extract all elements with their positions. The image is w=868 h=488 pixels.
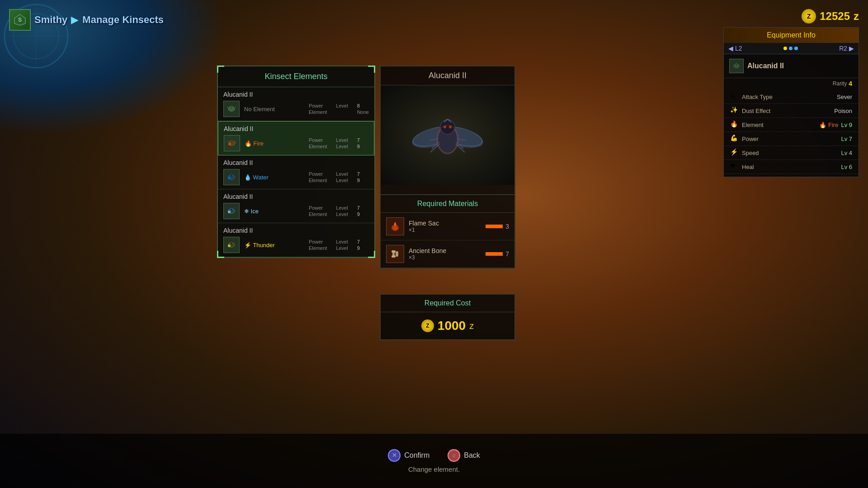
panel-corner-br [368, 251, 375, 258]
kinsect-icon-2 [223, 169, 240, 185]
material-name-0: Flame Sac [409, 220, 481, 227]
kinsect-icon-3 [223, 203, 240, 219]
element-name-3: ❄ Ice [244, 208, 304, 215]
kinsect-item-name-4: Alucanid II [223, 227, 369, 234]
cost-amount: 1000 [438, 319, 466, 333]
material-name-1: Ancient Bone [409, 247, 481, 254]
svg-rect-43 [392, 255, 396, 258]
smithy-label: Smithy [34, 14, 67, 26]
material-stock-1: 7 [505, 250, 509, 258]
equip-header-title: Equipment Info [767, 31, 816, 39]
rarity-label: Rarity [833, 80, 847, 87]
required-cost-panel: Required Cost Z 1000 z [380, 294, 515, 340]
element-name-2: 💧 Water [244, 174, 304, 181]
nav-dot-0 [783, 47, 787, 50]
equip-name: Alucanid II [747, 62, 784, 70]
back-button[interactable]: ○ Back [448, 449, 480, 462]
element-value: 🔥 Fire [819, 122, 838, 128]
stat-row-attack-type: ⚔ Attack Type Sever [724, 90, 859, 104]
svg-point-23 [228, 244, 231, 247]
kinsect-icon-4 [223, 237, 240, 253]
kinsect-item-name-1: Alucanid II [224, 125, 368, 132]
material-info-flame-sac: Flame Sac ×1 [409, 220, 481, 233]
rarity-value: 4 [849, 80, 852, 87]
svg-point-20 [228, 211, 231, 213]
cost-unit: z [469, 321, 474, 331]
nav-dot-2 [794, 47, 798, 50]
element-name-0: No Element [244, 106, 304, 113]
stat-row-power: 💪 Power Lv 7 [724, 132, 859, 146]
kinsect-item-thunder[interactable]: Alucanid II ⚡ Thunder Power Element Leve… [218, 223, 374, 257]
stat-row-speed: ⚡ Speed Lv 4 [724, 146, 859, 160]
svg-point-16 [230, 174, 233, 177]
cost-row: Z 1000 z [381, 312, 514, 339]
attack-type-value: Sever [837, 94, 852, 100]
confirm-button[interactable]: ✕ Confirm [388, 449, 429, 462]
smithy-icon: S [9, 9, 31, 31]
svg-rect-42 [392, 250, 396, 253]
preview-image-area [381, 85, 514, 185]
breadcrumb-arrow: ▶ [71, 14, 79, 26]
equip-nav-right[interactable]: R2 ▶ [839, 45, 854, 52]
kinsect-icon-1 [224, 135, 240, 151]
power-icon: 💪 [730, 134, 739, 143]
speed-icon: ⚡ [730, 148, 739, 157]
svg-point-11 [231, 141, 233, 143]
kinsect-model [407, 103, 488, 167]
element-level: Lv 9 [841, 122, 852, 128]
kinsect-item-no-element[interactable]: Alucanid II No Element Power Element [218, 87, 374, 121]
kinsect-item-name-2: Alucanid II [223, 159, 369, 166]
kinsect-item-fire[interactable]: Alucanid II 🔥 Fire Power Element [218, 121, 374, 155]
equip-stats-table: ⚔ Attack Type Sever ✨ Dust Effect Poison… [724, 87, 859, 177]
currency-display: Z 12525 z [802, 9, 859, 23]
svg-point-14 [228, 143, 231, 145]
material-right-0: 3 [486, 223, 509, 230]
power-level: Lv 7 [841, 136, 852, 142]
bottom-bar: ✕ Confirm ○ Back Change element. [0, 434, 868, 488]
equip-header: Equipment Info [724, 28, 859, 43]
kinsect-item-ice[interactable]: Alucanid II ❄ Ice Power Element Level [218, 189, 374, 223]
required-materials-panel: Required Materials Flame Sac ×1 3 [380, 194, 515, 269]
breadcrumb-area: S Smithy ▶ Manage Kinsects [9, 9, 164, 31]
manage-kinsects-label: Manage Kinsects [82, 14, 164, 26]
confirm-button-icon: ✕ [388, 449, 401, 462]
cost-title: Required Cost [381, 295, 514, 312]
kinsect-preview-panel: Alucanid II [380, 66, 515, 197]
kinsect-item-water[interactable]: Alucanid II 💧 Water Power Element Level [218, 155, 374, 189]
dust-effect-label: Dust Effect [742, 108, 834, 114]
element-icon: 🔥 [730, 120, 739, 129]
element-name-1: 🔥 Fire [245, 140, 304, 147]
stat-row-dust-effect: ✨ Dust Effect Poison [724, 104, 859, 118]
material-info-ancient-bone: Ancient Bone ×3 [409, 247, 481, 261]
material-stock-0: 3 [505, 223, 509, 230]
materials-title: Required Materials [381, 195, 514, 213]
svg-line-12 [227, 141, 229, 142]
stock-bar-1 [486, 252, 503, 256]
speed-level: Lv 4 [841, 150, 852, 156]
equip-rarity-row: Rarity 4 [724, 78, 859, 87]
kinsect-panel-title: Kinsect Elements [218, 66, 374, 87]
heal-label: Heal [742, 164, 841, 170]
speed-label: Speed [742, 150, 841, 156]
material-icon-ancient-bone [386, 245, 404, 263]
heal-icon: ❤ [730, 162, 739, 171]
svg-point-46 [736, 64, 738, 66]
equip-nav-dots [783, 47, 798, 50]
stat-row-heal: ❤ Heal Lv 6 [724, 160, 859, 174]
back-button-icon: ○ [448, 449, 460, 462]
material-right-1: 7 [486, 250, 509, 258]
heal-level: Lv 6 [841, 164, 852, 170]
currency-amount: 12525 [820, 10, 850, 23]
back-button-label: Back [464, 451, 480, 460]
material-count-0: ×1 [409, 227, 481, 233]
equip-nav-left[interactable]: ◀ L2 [728, 45, 742, 52]
svg-point-7 [230, 106, 233, 109]
stat-row-element: 🔥 Element 🔥 Fire Lv 9 [724, 118, 859, 132]
currency-unit: z [854, 10, 859, 23]
kinsect-icon-0 [223, 101, 240, 117]
confirm-button-label: Confirm [404, 451, 429, 460]
attack-type-icon: ⚔ [730, 92, 739, 101]
preview-title: Alucanid II [381, 66, 514, 85]
material-icon-flame-sac [386, 217, 404, 235]
equip-nav: ◀ L2 R2 ▶ [724, 43, 859, 54]
